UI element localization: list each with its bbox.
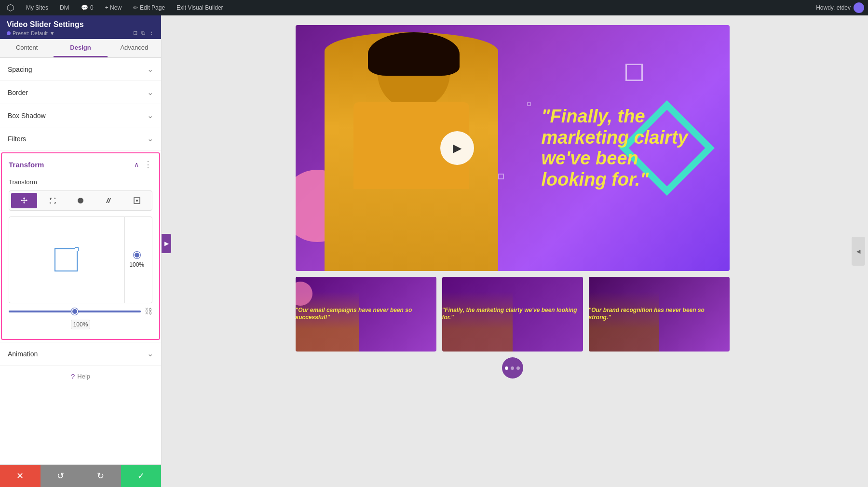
accordion-border-chevron: ⌄ xyxy=(147,88,153,97)
preset-dropdown-icon: ▼ xyxy=(50,30,55,36)
cancel-button[interactable]: ✕ xyxy=(0,465,41,487)
sidebar: Video Slider Settings Preset: Default ▼ … xyxy=(0,15,162,487)
redo-icon: ↻ xyxy=(97,471,104,481)
sidebar-toggle[interactable]: ▶ xyxy=(162,234,171,253)
transform-tool-move[interactable] xyxy=(11,193,37,208)
accordion-filters-label: Filters xyxy=(8,135,26,143)
transform-tool-skew[interactable] xyxy=(95,193,122,208)
tab-advanced[interactable]: Advanced xyxy=(108,39,161,57)
my-sites-link[interactable]: My Sites xyxy=(23,0,51,15)
canvas-area[interactable]: ▶ "Finally, the marketing clairty we've … xyxy=(162,15,868,487)
hero-text-area: "Finally, the marketing clairty we've be… xyxy=(542,106,705,190)
transform-canvas: 100% xyxy=(9,216,152,303)
accordion-border-header[interactable]: Border ⌄ xyxy=(0,81,161,104)
my-sites-label: My Sites xyxy=(26,4,48,11)
scale-handle[interactable] xyxy=(75,247,79,251)
thumbnail-2[interactable]: "Finally, the marketing clairty we've be… xyxy=(442,277,583,352)
divi-label: Divi xyxy=(60,4,69,11)
tiny-square-1 xyxy=(498,174,504,179)
tab-content[interactable]: Content xyxy=(0,39,54,57)
user-avatar[interactable] xyxy=(854,2,864,13)
hero-quote: "Finally, the marketing clairty we've be… xyxy=(542,106,705,190)
accordion-animation-header[interactable]: Animation ⌄ xyxy=(0,342,161,365)
transform-tool-scale[interactable] xyxy=(39,193,65,208)
dot-1 xyxy=(505,366,508,370)
sidebar-header: Video Slider Settings Preset: Default ▼ … xyxy=(0,15,161,39)
dot-3 xyxy=(516,366,520,370)
save-icon: ✓ xyxy=(137,471,145,481)
accordion-animation: Animation ⌄ xyxy=(0,342,161,365)
undo-button[interactable]: ↺ xyxy=(41,465,81,487)
edit-page-link[interactable]: ✏ Edit Page xyxy=(130,0,168,15)
slider-x-track[interactable] xyxy=(9,311,141,312)
accordion-animation-label: Animation xyxy=(8,350,38,358)
scale-y-dot[interactable] xyxy=(134,252,140,258)
exit-visual-builder-link[interactable]: Exit Visual Builder xyxy=(174,0,226,15)
transform-tool-origin[interactable] xyxy=(124,193,150,208)
slider-row-x: ⛓ xyxy=(9,307,152,316)
tiny-square-2 xyxy=(527,102,531,106)
tab-design[interactable]: Design xyxy=(54,39,107,57)
help-icon: ? xyxy=(71,372,75,380)
preview-wrapper: ▶ "Finally, the marketing clairty we've … xyxy=(162,15,868,388)
canvas-divider xyxy=(124,217,125,303)
accordion-filters-header[interactable]: Filters ⌄ xyxy=(0,127,161,150)
scale-percentage-right: 100% xyxy=(129,252,144,268)
exit-visual-builder-label: Exit Visual Builder xyxy=(176,4,223,11)
wp-icon[interactable]: ⬡ xyxy=(4,0,17,15)
transform-collapse-icon[interactable]: ∧ xyxy=(134,161,139,168)
thumbnail-3[interactable]: "Our brand recognition has never been so… xyxy=(589,277,730,352)
accordion-spacing-header[interactable]: Spacing ⌄ xyxy=(0,58,161,81)
accordion-box-shadow-label: Box Shadow xyxy=(8,112,46,120)
tab-content-label: Content xyxy=(16,44,38,51)
save-button[interactable]: ✓ xyxy=(121,465,162,487)
accordion-border-label: Border xyxy=(8,89,28,96)
undo-icon: ↺ xyxy=(57,471,64,481)
redo-button[interactable]: ↻ xyxy=(81,465,121,487)
canvas-edge-button[interactable]: ◀ xyxy=(852,237,865,266)
thumbnail-1[interactable]: "Our email campaigns have never been so … xyxy=(296,277,436,352)
transform-options-icon[interactable]: ⋮ xyxy=(144,159,152,170)
scale-y-value: 100% xyxy=(129,261,144,268)
accordion-box-shadow-chevron: ⌄ xyxy=(147,111,153,120)
sidebar-title: Video Slider Settings xyxy=(7,20,154,29)
sidebar-resize-icon[interactable]: ⊡ xyxy=(133,30,137,36)
edit-icon: ✏ xyxy=(133,4,138,11)
slider-link-icon[interactable]: ⛓ xyxy=(145,307,152,316)
slider-x-thumb[interactable] xyxy=(71,308,78,315)
svg-point-1 xyxy=(136,200,138,202)
transform-tools xyxy=(9,190,152,211)
help-link[interactable]: ? Help xyxy=(8,372,153,380)
accordion-filters-chevron: ⌄ xyxy=(147,134,153,143)
sidebar-more-icon[interactable]: ⋮ xyxy=(149,30,154,36)
person-hair xyxy=(368,32,460,76)
transform-section: Transform ∧ ⋮ Transform xyxy=(1,152,160,340)
main-layout: Video Slider Settings Preset: Default ▼ … xyxy=(0,15,868,487)
accordion-box-shadow-header[interactable]: Box Shadow ⌄ xyxy=(0,104,161,127)
accordion-box-shadow: Box Shadow ⌄ xyxy=(0,104,161,127)
comments-count: 0 xyxy=(90,4,94,11)
preset-label: Preset: Default xyxy=(13,30,48,36)
transform-header[interactable]: Transform ∧ ⋮ xyxy=(2,153,159,176)
accordion-spacing-label: Spacing xyxy=(8,66,32,73)
hero-square-outline xyxy=(625,64,643,81)
sidebar-preset: Preset: Default ▼ ⊡ ⧉ ⋮ xyxy=(7,30,154,36)
divi-link[interactable]: Divi xyxy=(57,0,72,15)
sidebar-split-icon[interactable]: ⧉ xyxy=(141,30,145,36)
comments-link[interactable]: 💬 0 xyxy=(78,0,96,15)
help-label: Help xyxy=(77,373,90,380)
accordion-animation-chevron: ⌄ xyxy=(147,349,153,358)
transform-body: Transform xyxy=(2,176,159,339)
new-link[interactable]: + New xyxy=(102,0,124,15)
slider-dots-button[interactable] xyxy=(502,357,523,379)
new-label: + New xyxy=(105,4,122,11)
comment-icon: 💬 xyxy=(81,4,88,11)
scale-x-label: 100% xyxy=(71,320,91,329)
transform-label: Transform xyxy=(9,178,152,186)
hero-play-button[interactable]: ▶ xyxy=(440,131,474,165)
transform-title: Transform xyxy=(9,161,44,169)
transform-tool-rotate[interactable] xyxy=(68,193,94,208)
thumb-1-text: "Our email campaigns have never been so … xyxy=(296,307,433,322)
sidebar-content: Spacing ⌄ Border ⌄ Box Shadow ⌄ xyxy=(0,58,161,464)
accordion-spacing-chevron: ⌄ xyxy=(147,65,153,74)
